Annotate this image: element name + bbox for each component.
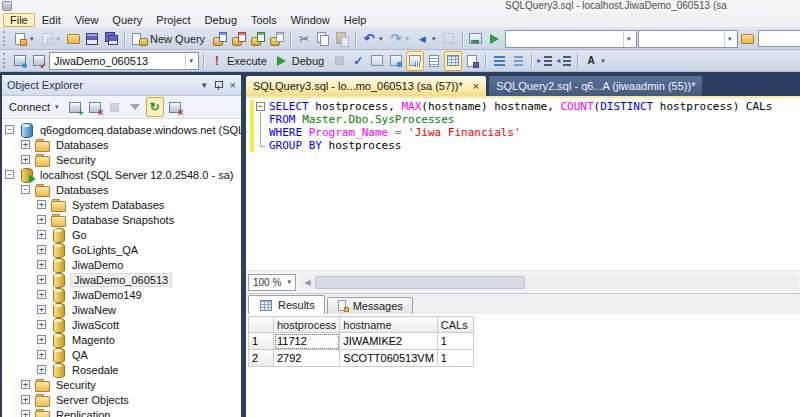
- scroll-left-icon[interactable]: ◀: [300, 274, 315, 291]
- grid-column-header-cals[interactable]: CALs: [437, 317, 473, 333]
- oe-connect-server-button[interactable]: [66, 97, 84, 117]
- tree-item-databases[interactable]: -Databases: [2, 182, 241, 197]
- analysis-xmla-query-button[interactable]: [268, 29, 286, 49]
- connect-query-button[interactable]: [11, 51, 29, 71]
- execute-button[interactable]: Execute: [208, 51, 272, 71]
- code-line[interactable]: WHERE Program_Name = 'Jiwa Financials': [269, 126, 800, 139]
- expander-minus-icon[interactable]: -: [5, 170, 14, 179]
- close-tab-icon[interactable]: ×: [473, 81, 479, 91]
- tree-item-q6ogdomceq-database-windows-net-sql-s[interactable]: -q6ogdomceq.database.windows.net (SQL S: [2, 122, 241, 137]
- expander-plus-icon[interactable]: +: [21, 140, 30, 149]
- menu-query[interactable]: Query: [105, 13, 149, 28]
- increase-indent-button[interactable]: [536, 51, 554, 71]
- grid-cell[interactable]: JIWAMIKE2: [340, 333, 437, 350]
- close-panel-icon[interactable]: ×: [230, 81, 236, 90]
- tree-item-golights-qa[interactable]: +GoLights_QA: [2, 242, 241, 257]
- grid-cell[interactable]: 1: [437, 350, 473, 367]
- expander-minus-icon[interactable]: -: [21, 185, 30, 194]
- menu-project[interactable]: Project: [149, 13, 197, 28]
- oe-disconnect-server-button[interactable]: [86, 97, 104, 117]
- sql-code-area[interactable]: SELECT hostprocess, MAX(hostname) hostna…: [269, 98, 800, 270]
- change-case-button[interactable]: ▾: [582, 51, 608, 71]
- toolbar-grip[interactable]: [3, 31, 7, 46]
- object-explorer-header[interactable]: Object Explorer ▾×: [2, 75, 241, 96]
- search-textbox[interactable]: [758, 30, 800, 47]
- results-tab-messages[interactable]: Messages: [327, 297, 413, 314]
- menu-debug[interactable]: Debug: [198, 13, 244, 28]
- expander-plus-icon[interactable]: +: [21, 395, 30, 404]
- tree-item-jiwanew[interactable]: +JiwaNew: [2, 302, 241, 317]
- editor-tab-active[interactable]: SQLQuery3.sql - lo...mo_060513 (sa (57))…: [246, 76, 486, 96]
- include-actual-plan-button[interactable]: [406, 51, 424, 71]
- tree-item-localhost-sql-server-12-0-2548-0-sa[interactable]: -localhost (SQL Server 12.0.2548.0 - sa): [2, 167, 241, 182]
- navigate-backward-button[interactable]: ▾: [413, 29, 439, 49]
- start-button[interactable]: [486, 29, 504, 49]
- cut-button[interactable]: [295, 29, 313, 49]
- expander-plus-icon[interactable]: +: [37, 200, 46, 209]
- debug-button[interactable]: Debug: [273, 51, 329, 71]
- expander-plus-icon[interactable]: +: [37, 320, 46, 329]
- grid-corner[interactable]: [249, 317, 274, 333]
- query-editor[interactable]: SELECT hostprocess, MAX(hostname) hostna…: [246, 98, 800, 270]
- tree-item-magento[interactable]: +Magento: [2, 332, 241, 347]
- tree-item-replication[interactable]: +Replication: [2, 407, 241, 417]
- decrease-indent-button[interactable]: [555, 51, 573, 71]
- toolbar-grip[interactable]: [3, 53, 7, 68]
- undo-button[interactable]: ▾: [360, 29, 386, 49]
- parse-button[interactable]: [349, 51, 367, 71]
- tree-item-system-databases[interactable]: +System Databases: [2, 197, 241, 212]
- analysis-mdx-query-button[interactable]: [230, 29, 248, 49]
- analysis-dmx-query-button[interactable]: [249, 29, 267, 49]
- collapse-region-icon[interactable]: [256, 102, 265, 111]
- grid-cell[interactable]: 2792: [274, 350, 340, 367]
- window-position-icon[interactable]: ▾: [202, 80, 207, 90]
- tree-item-jiwademo149[interactable]: +JiwaDemo149: [2, 287, 241, 302]
- expander-plus-icon[interactable]: +: [37, 230, 46, 239]
- grid-column-header-hostname[interactable]: hostname: [340, 317, 437, 333]
- grid-cell[interactable]: 1: [437, 333, 473, 350]
- horizontal-scrollbar[interactable]: ◀: [300, 274, 798, 291]
- expander-plus-icon[interactable]: +: [37, 260, 46, 269]
- expander-plus-icon[interactable]: +: [37, 275, 46, 284]
- uncomment-selection-button[interactable]: [509, 51, 527, 71]
- tree-item-database-snapshots[interactable]: +Database Snapshots: [2, 212, 241, 227]
- connect-dropdown-button[interactable]: Connect ▾: [6, 101, 64, 113]
- change-connection-button[interactable]: [30, 51, 48, 71]
- expander-plus-icon[interactable]: +: [37, 245, 46, 254]
- activity-monitor-button[interactable]: [467, 29, 485, 49]
- grid-row-number[interactable]: 1: [249, 333, 274, 350]
- tree-item-rosedale[interactable]: +Rosedale: [2, 362, 241, 377]
- code-line[interactable]: SELECT hostprocess, MAX(hostname) hostna…: [269, 100, 800, 113]
- grid-cell-selected[interactable]: 11712: [274, 333, 340, 350]
- available-databases-combo[interactable]: JiwaDemo_060513▾: [49, 52, 199, 70]
- expander-plus-icon[interactable]: +: [37, 365, 46, 374]
- tree-item-security[interactable]: +Security: [2, 152, 241, 167]
- results-tab-results[interactable]: Results: [248, 295, 325, 314]
- code-line[interactable]: FROM Master.Dbo.SysProcesses: [269, 113, 800, 126]
- tree-item-go[interactable]: +Go: [2, 227, 241, 242]
- menu-window[interactable]: Window: [284, 13, 337, 28]
- expander-plus-icon[interactable]: +: [21, 155, 30, 164]
- menu-edit[interactable]: Edit: [35, 13, 68, 28]
- save-button[interactable]: [83, 29, 101, 49]
- grid-cell[interactable]: SCOTT060513VM: [340, 350, 437, 367]
- editor-tab-inactive[interactable]: SQLQuery2.sql - q6...A (jiwaadmin (55))*: [489, 76, 702, 96]
- browse-folder-button[interactable]: [739, 29, 757, 49]
- query-options-button[interactable]: [368, 51, 386, 71]
- intellisense-enabled-button[interactable]: [387, 51, 405, 71]
- scrollbar-thumb[interactable]: [315, 276, 525, 289]
- menu-help[interactable]: Help: [337, 13, 374, 28]
- tree-item-server-objects[interactable]: +Server Objects: [2, 392, 241, 407]
- grid-column-header-hostprocess[interactable]: hostprocess: [274, 317, 340, 333]
- expander-plus-icon[interactable]: +: [37, 350, 46, 359]
- thread-combo[interactable]: ▾: [638, 30, 738, 48]
- tree-item-jiwademo-060513[interactable]: +JiwaDemo_060513: [2, 272, 241, 287]
- code-line[interactable]: GROUP BY hostprocess: [269, 139, 800, 152]
- expander-minus-icon[interactable]: -: [5, 125, 14, 134]
- database-engine-query-button[interactable]: [211, 29, 229, 49]
- tree-item-jiwascott[interactable]: +JiwaScott: [2, 317, 241, 332]
- results-to-grid-button[interactable]: [444, 51, 462, 71]
- save-all-button[interactable]: [102, 29, 120, 49]
- tree-item-security[interactable]: +Security: [2, 377, 241, 392]
- tree-item-jiwademo[interactable]: +JiwaDemo: [2, 257, 241, 272]
